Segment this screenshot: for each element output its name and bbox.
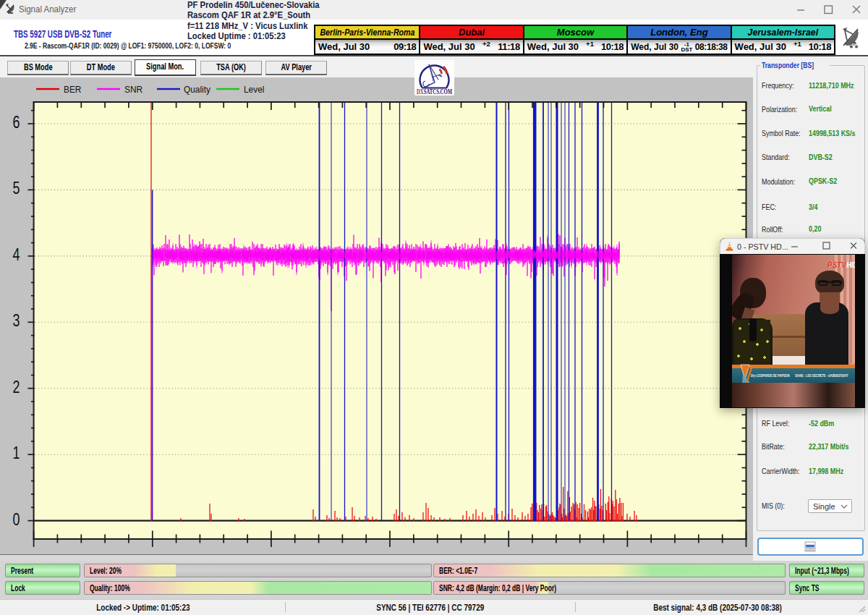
svg-text:BER: BER	[64, 83, 81, 95]
svg-text:Quality: Quality	[184, 83, 211, 95]
svg-text:6: 6	[13, 113, 20, 132]
svg-text:5: 5	[13, 179, 20, 198]
svg-text:3: 3	[13, 311, 20, 330]
svg-text:1: 1	[13, 444, 20, 462]
svg-text:0: 0	[13, 509, 20, 528]
svg-text:SNR: SNR	[124, 83, 142, 95]
svg-text:DXSATCS.COM: DXSATCS.COM	[417, 88, 452, 96]
svg-text:2: 2	[13, 378, 20, 396]
svg-text:6%: 6%	[852, 43, 857, 47]
svg-text:4: 4	[13, 245, 20, 264]
svg-text:Level: Level	[244, 83, 264, 95]
